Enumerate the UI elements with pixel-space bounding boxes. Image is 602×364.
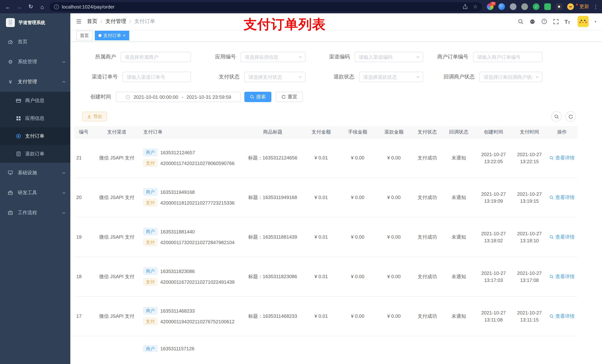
merchant-input[interactable] bbox=[121, 52, 191, 62]
address-bar[interactable]: i localhost:1024/pay/order ☆ bbox=[50, 2, 482, 11]
logo-image bbox=[6, 18, 15, 27]
sidebar-item-refund-order[interactable]: 退款订单 bbox=[0, 145, 70, 163]
merchant-order-no-input[interactable] bbox=[473, 52, 542, 62]
filter-label: 渠道订单号 bbox=[74, 74, 123, 80]
extension-chat-icon[interactable] bbox=[544, 3, 551, 10]
site-info-icon[interactable]: i bbox=[54, 4, 59, 9]
share-icon[interactable] bbox=[463, 4, 468, 9]
pay-time: 2021-10-27 13:22:15 bbox=[512, 138, 547, 177]
refund-amount: ¥ 0.00 bbox=[387, 313, 401, 319]
toggle-search-button[interactable] bbox=[551, 111, 562, 122]
screenshot-root: ← → ↻ ⌂ i localhost:1024/pay/order ☆ 10 … bbox=[0, 0, 602, 364]
orders-table: 编号 支付渠道 支付订单 商品标题 支付金额 手续金额 退款金额 支付状态 回调… bbox=[74, 126, 598, 352]
breadcrumb-pay[interactable]: 支付管理 bbox=[106, 18, 126, 25]
sidebar-item-infra[interactable]: 基础设施 bbox=[0, 163, 70, 183]
annotation-text: 支付订单列表 bbox=[244, 16, 326, 34]
view-detail-link[interactable]: 查看详情 bbox=[549, 234, 575, 240]
reset-button[interactable]: 重置 bbox=[276, 92, 303, 102]
extension-gray2-icon[interactable] bbox=[521, 3, 528, 10]
refresh-table-button[interactable] bbox=[565, 111, 576, 122]
sidebar-item-pay[interactable]: ¥ 支付管理 bbox=[0, 72, 70, 92]
breadcrumb-separator: / bbox=[129, 19, 131, 24]
browser-reload-icon[interactable]: ↻ bbox=[27, 3, 35, 10]
extension-check-icon[interactable]: ✓ bbox=[533, 3, 539, 10]
page-content: 所属商户 应用编号 渠道编码 商户订单编号 bbox=[70, 42, 602, 364]
browser-more-icon[interactable]: ⋮ bbox=[593, 4, 598, 10]
view-detail-link[interactable]: 查看详情 bbox=[549, 273, 575, 280]
export-button[interactable]: 导出 bbox=[82, 112, 107, 121]
table-header-row: 编号 支付渠道 支付订单 商品标题 支付金额 手续金额 退款金额 支付状态 回调… bbox=[74, 126, 578, 138]
font-size-icon[interactable]: TT bbox=[564, 18, 570, 25]
sidebar-item-pay-order[interactable]: 支付订单 bbox=[0, 127, 70, 145]
sidebar-item-workflow[interactable]: 工作流程 bbox=[0, 203, 70, 223]
sidebar-item-devtools[interactable]: 研发工具 bbox=[0, 183, 70, 203]
fullscreen-icon[interactable] bbox=[553, 19, 559, 24]
app-select[interactable] bbox=[241, 52, 305, 62]
date-separator: - bbox=[182, 94, 183, 100]
fee-amount: ¥ 0.00 bbox=[351, 274, 364, 279]
filter-channel-order-no: 渠道订单号 bbox=[74, 72, 191, 82]
extension-drop-icon[interactable] bbox=[498, 3, 505, 10]
table-row: 18 微信 JSAPI 支付 商户 1635311823086 支付 bbox=[74, 257, 578, 296]
pay-amount: ¥ 0.01 bbox=[314, 234, 328, 240]
pay-status: 支付成功 bbox=[418, 313, 437, 319]
pay-amount: ¥ 0.01 bbox=[314, 155, 328, 161]
sidebar-item-home[interactable]: 首页 bbox=[0, 32, 70, 52]
view-detail-link[interactable]: 查看详情 bbox=[549, 313, 575, 319]
extension-face-icon[interactable] bbox=[567, 3, 574, 10]
sidebar-item-app-info[interactable]: 应用信息 bbox=[0, 110, 70, 127]
chevron-up-icon bbox=[62, 80, 66, 84]
table-row: 19 微信 JSAPI 支付 商户 1635311881440 支付 bbox=[74, 217, 578, 257]
browser-forward-icon[interactable]: → bbox=[15, 3, 23, 10]
chevron-down-icon bbox=[298, 75, 302, 79]
refund-status-select[interactable] bbox=[359, 72, 423, 82]
search-icon[interactable] bbox=[518, 19, 523, 24]
extension-pin-icon[interactable] bbox=[556, 3, 562, 10]
app-logo[interactable]: 芋道管理系统 bbox=[0, 13, 70, 32]
col-title: 商品标题 bbox=[242, 126, 303, 138]
fee-amount: ¥ 0.00 bbox=[351, 234, 364, 240]
view-detail-link[interactable]: 查看详情 bbox=[549, 194, 575, 201]
tab-pay-order[interactable]: 支付订单 × bbox=[95, 31, 129, 40]
sidebar-item-system[interactable]: ⚙ 系统管理 bbox=[0, 52, 70, 72]
col-fee: 手续金额 bbox=[339, 126, 376, 138]
sidebar-item-merchant-info[interactable]: 商户信息 bbox=[0, 92, 70, 110]
browser-back-icon[interactable]: ← bbox=[4, 3, 12, 10]
notify-status-select[interactable] bbox=[479, 72, 542, 82]
table-row: 20 微信 JSAPI 支付 商户 1635311949168 支付 bbox=[74, 177, 578, 217]
github-icon[interactable] bbox=[529, 19, 535, 24]
active-tab-dot bbox=[98, 34, 101, 37]
breadcrumb-home[interactable]: 首页 bbox=[87, 18, 97, 25]
pay-time: 2021-10-27 13:17:08 bbox=[512, 257, 547, 296]
channel-code-select[interactable] bbox=[355, 52, 423, 62]
search-button[interactable]: 搜索 bbox=[244, 92, 271, 102]
filter-refund-status: 退款状态 bbox=[305, 72, 423, 82]
search-icon bbox=[549, 274, 554, 279]
merchant-tag: 商户 bbox=[143, 149, 157, 156]
browser-update-button[interactable]: 更新 bbox=[579, 3, 590, 10]
pay-status-select[interactable] bbox=[244, 72, 305, 82]
sidebar-toggle-icon[interactable] bbox=[76, 19, 82, 24]
browser-home-icon[interactable]: ⌂ bbox=[38, 3, 46, 10]
tab-home[interactable]: 首页 bbox=[76, 31, 93, 40]
notify-status: 未通知 bbox=[452, 313, 466, 319]
help-icon[interactable]: ? bbox=[541, 19, 547, 24]
channel-order-no-input[interactable] bbox=[123, 72, 191, 82]
tab-close-icon[interactable]: × bbox=[123, 33, 126, 38]
sidebar-item-label: 支付订单 bbox=[25, 133, 70, 139]
merchant-order-no: 1635311468233 bbox=[160, 308, 195, 313]
merchant-tag: 商户 bbox=[143, 345, 157, 352]
view-detail-link[interactable]: 查看详情 bbox=[549, 155, 575, 161]
avatar-caret-icon[interactable]: ▾ bbox=[595, 20, 596, 23]
chevron-down-icon bbox=[416, 55, 420, 59]
extension-gray-icon[interactable] bbox=[510, 3, 516, 10]
date-range-input[interactable]: 2021-10-01 00:00:00 - 2021-10-31 23:59:5… bbox=[116, 92, 241, 102]
extensions-menu-icon[interactable]: 10 bbox=[487, 3, 494, 10]
fee-amount: ¥ 0.00 bbox=[351, 195, 364, 200]
avatar[interactable] bbox=[578, 16, 589, 27]
dashboard-icon bbox=[7, 39, 13, 44]
bookmark-star-icon[interactable]: ☆ bbox=[473, 4, 478, 10]
col-status: 支付状态 bbox=[412, 126, 443, 138]
breadcrumb-separator: / bbox=[101, 19, 102, 24]
create-time: 2021-10-27 13:18:02 bbox=[475, 217, 512, 257]
